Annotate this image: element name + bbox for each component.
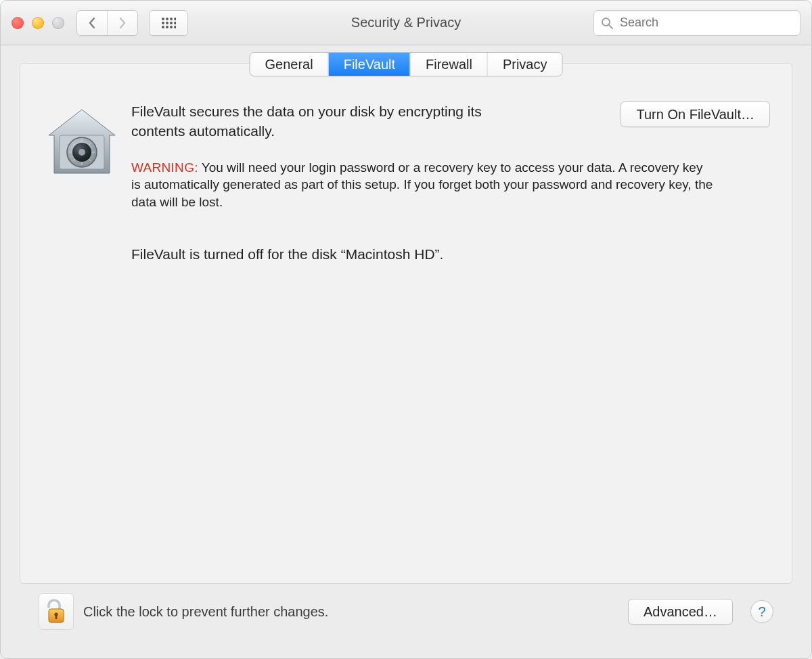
svg-point-0 — [162, 18, 164, 20]
turn-on-filevault-button[interactable]: Turn On FileVault… — [621, 101, 770, 127]
svg-point-2 — [170, 18, 173, 20]
back-button[interactable] — [77, 11, 107, 35]
filevault-headline: FileVault secures the data on your disk … — [131, 101, 510, 141]
chevron-left-icon — [87, 17, 97, 29]
filevault-texts: FileVault secures the data on your disk … — [131, 101, 770, 263]
svg-point-5 — [166, 22, 168, 24]
tab-general[interactable]: General — [250, 53, 328, 76]
svg-point-7 — [174, 22, 176, 24]
svg-rect-28 — [55, 614, 58, 619]
filevault-warning: WARNING: You will need your login passwo… — [131, 159, 713, 211]
forward-button[interactable] — [107, 11, 137, 35]
filevault-status: FileVault is turned off for the disk “Ma… — [131, 246, 770, 263]
svg-point-10 — [170, 26, 173, 28]
preferences-window: Security & Privacy General FileVault Fir… — [0, 0, 812, 659]
window-controls — [12, 17, 64, 29]
advanced-button[interactable]: Advanced… — [628, 599, 733, 624]
svg-point-11 — [174, 26, 176, 28]
tab-label: General — [265, 57, 313, 72]
svg-point-1 — [166, 18, 168, 20]
svg-point-25 — [78, 149, 85, 156]
tab-filevault[interactable]: FileVault — [328, 53, 410, 76]
nav-history-group — [76, 10, 138, 36]
grid-icon — [161, 17, 176, 29]
button-label: Advanced… — [644, 604, 717, 620]
warning-text: You will need your login password or a r… — [131, 160, 713, 209]
chevron-right-icon — [118, 17, 127, 29]
show-all-prefs-button[interactable] — [149, 10, 188, 36]
help-button[interactable]: ? — [750, 600, 773, 623]
search-icon — [601, 17, 613, 29]
lock-button[interactable] — [39, 593, 74, 630]
tab-label: Firewall — [426, 57, 472, 72]
content-panel: FileVault secures the data on your disk … — [20, 63, 792, 584]
zoom-window-button[interactable] — [52, 17, 64, 29]
help-icon: ? — [758, 604, 765, 620]
tab-firewall[interactable]: Firewall — [410, 53, 487, 76]
warning-label: WARNING: — [131, 160, 198, 175]
search-input[interactable] — [618, 15, 793, 30]
svg-point-12 — [602, 18, 610, 26]
tabs: General FileVault Firewall Privacy — [250, 52, 563, 76]
lock-hint-text: Click the lock to prevent further change… — [83, 604, 328, 620]
body-area: General FileVault Firewall Privacy — [1, 45, 811, 658]
button-label: Turn On FileVault… — [636, 107, 754, 122]
svg-point-9 — [166, 26, 168, 28]
footer: Click the lock to prevent further change… — [20, 584, 792, 646]
titlebar: Security & Privacy — [1, 1, 811, 45]
tab-label: FileVault — [344, 57, 395, 72]
search-field-wrap[interactable] — [593, 10, 800, 36]
svg-line-13 — [609, 25, 612, 28]
svg-point-8 — [162, 26, 164, 28]
filevault-icon — [42, 101, 122, 263]
close-window-button[interactable] — [12, 17, 24, 29]
tab-privacy[interactable]: Privacy — [487, 53, 562, 76]
svg-point-6 — [170, 22, 173, 24]
minimize-window-button[interactable] — [32, 17, 44, 29]
svg-point-4 — [162, 22, 164, 24]
unlocked-lock-icon — [45, 598, 68, 625]
svg-point-3 — [174, 18, 176, 20]
house-safe-icon — [45, 106, 119, 180]
tab-label: Privacy — [503, 57, 547, 72]
